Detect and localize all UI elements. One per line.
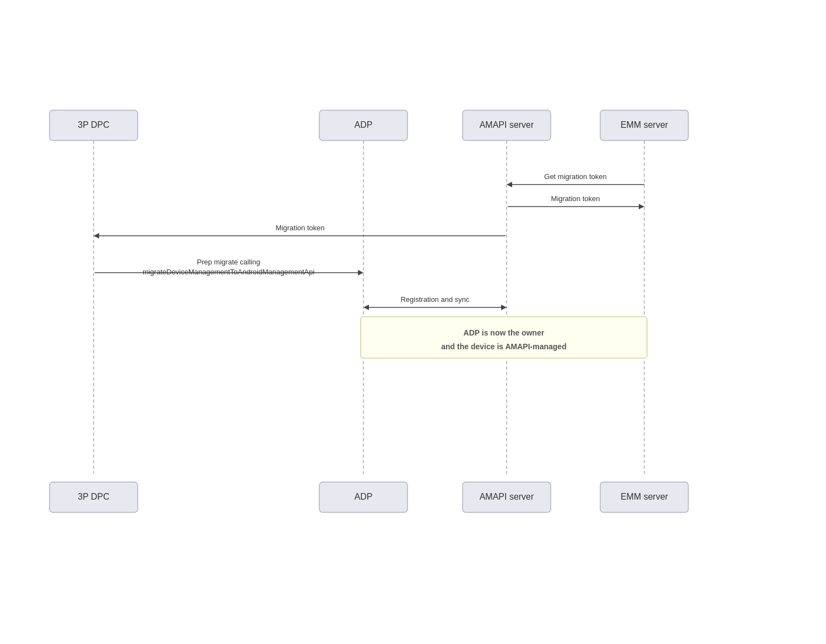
actor-label-amapi-top: AMAPI server [480,120,534,129]
actor-label-adp-top: ADP [355,120,373,129]
arrowhead-reg-sync-left [363,305,369,310]
highlight-box [361,317,647,358]
actor-label-emm-top: EMM server [621,120,669,129]
label-prep-migrate-2: migrateDeviceManagementToAndroidManageme… [143,268,314,276]
actor-label-dpc-top: 3P DPC [78,120,110,129]
actor-label-amapi-bottom: AMAPI server [480,492,534,501]
label-get-migration-token: Get migration token [544,172,606,181]
diagram-container: 3P DPC ADP AMAPI server EMM server Get m… [22,99,804,529]
arrowhead-prep-migrate [358,270,363,275]
actor-label-dpc-bottom: 3P DPC [78,492,110,501]
highlight-label-1: ADP is now the owner [464,328,545,337]
label-migration-token-emm: Migration token [551,194,600,203]
arrowhead-migration-token-dpc [94,233,99,239]
highlight-label-2: and the device is AMAPI-managed [441,342,566,351]
arrowhead-get-migration-token [507,182,512,187]
arrowhead-reg-sync-right [501,305,507,310]
actor-label-emm-bottom: EMM server [621,492,669,501]
label-prep-migrate-1: Prep migrate calling [197,258,260,266]
arrowhead-migration-token-emm [639,204,644,209]
label-migration-token-dpc: Migration token [276,224,325,232]
label-reg-sync: Registration and sync [400,295,470,304]
actor-label-adp-bottom: ADP [355,492,373,501]
